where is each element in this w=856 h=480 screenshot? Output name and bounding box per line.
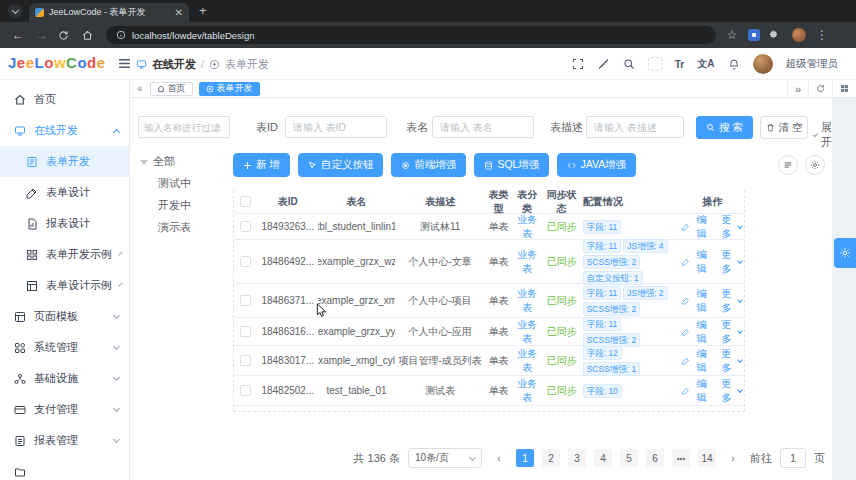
browser-profile-avatar[interactable] [792,28,806,42]
row-checkbox[interactable] [240,326,251,337]
edit-button[interactable]: 编辑 [682,347,711,375]
breadcrumb-root[interactable]: 在线开发 [152,57,196,72]
browser-menu-icon[interactable]: ⋮ [814,28,830,42]
custom-button-button[interactable]: 自定义按钮 [298,153,384,177]
sidebar-item-infrastructure[interactable]: 基础设施 [0,363,129,394]
tree-filter-field[interactable] [138,116,230,138]
table-name-field[interactable] [432,116,534,138]
table-row[interactable]: example_teacher_desk [234,406,744,412]
table-row[interactable]: 18493263... tbl_student_linlin1 测试林11 单表… [234,214,744,240]
sidebar-item-form-dev[interactable]: 表单开发 [0,146,129,177]
front-enhance-button[interactable]: 前端增强 [391,153,466,177]
row-checkbox[interactable] [240,355,251,366]
bookmark-star-icon[interactable]: ☆ [724,28,740,42]
row-checkbox[interactable] [240,385,251,396]
forward-icon[interactable]: → [34,28,50,42]
refresh-list-icon[interactable] [778,155,798,175]
page-button[interactable]: 5 [620,449,638,467]
row-checkbox[interactable] [240,221,251,232]
row-checkbox[interactable] [240,295,251,306]
sql-enhance-button[interactable]: SQL增强 [474,153,549,177]
table-desc-input[interactable] [594,117,676,137]
design-ruler-icon[interactable] [597,58,610,70]
tabs-options-icon[interactable] [832,80,856,97]
tree-node-developing[interactable]: 开发中 [140,194,230,216]
cell-category-link[interactable]: 业务表 [514,248,541,276]
goto-page-input[interactable] [780,448,806,468]
edit-button[interactable]: 编辑 [682,318,711,346]
collapse-menu-icon[interactable] [118,58,131,69]
more-button[interactable]: 更多 [717,377,742,405]
edit-button[interactable]: 编辑 [682,248,711,276]
theme-settings-button[interactable] [834,238,856,268]
back-icon[interactable]: ← [10,28,26,42]
sidebar-item-report-mgmt[interactable]: 报表管理 [0,425,129,456]
table-row[interactable]: 18482502... test_table_01 测试表 单表 业务表 已同步… [234,376,744,406]
translate-icon[interactable]: 文A [697,57,714,71]
next-page-icon[interactable]: › [724,449,742,467]
page-button[interactable]: 6 [646,449,664,467]
more-button[interactable]: 更多 [717,213,742,241]
java-enhance-button[interactable]: JAVA增强 [557,153,636,177]
tree-node-demo[interactable]: 演示表 [140,216,230,238]
site-info-icon[interactable] [116,30,126,40]
column-settings-icon[interactable] [805,155,825,175]
user-avatar[interactable] [753,54,773,74]
tabs-scroll-left-icon[interactable]: « [130,83,150,94]
add-button[interactable]: 新 增 [233,153,290,177]
more-button[interactable]: 更多 [717,248,742,276]
tree-filter-input[interactable] [144,122,224,133]
table-row[interactable]: 18486492... example_grzx_wz 个人中心-文章 单表 业… [234,240,744,284]
extensions-puzzle-icon[interactable] [768,30,784,41]
user-name[interactable]: 超级管理员 [786,57,839,71]
table-row[interactable]: 18486316... example_grzx_yy 个人中心-应用 单表 业… [234,318,744,346]
sidebar-item-system-mgmt[interactable]: 系统管理 [0,332,129,363]
address-bar[interactable]: localhost/lowdev/tableDesign [106,26,716,44]
edit-button[interactable]: 编辑 [682,287,711,315]
extension-badge-icon[interactable] [748,29,760,41]
cell-category-link[interactable]: 业务表 [514,287,541,315]
browser-tab[interactable]: JeeLowCode - 表单开发 ✕ [29,3,189,22]
row-checkbox[interactable] [240,256,251,267]
page-size-select[interactable]: 10条/页 [408,448,482,468]
tree-node-testing[interactable]: 测试中 [140,172,230,194]
table-row[interactable]: 18483017... example_xmgl_cylb 项目管理-成员列表 … [234,346,744,376]
sidebar-item-payment-mgmt[interactable]: 支付管理 [0,394,129,425]
page-button[interactable]: 14 [698,449,716,467]
cell-category-link[interactable]: 业务表 [514,377,541,405]
table-desc-field[interactable] [586,116,684,138]
tree-caret-icon[interactable] [140,160,148,165]
edit-button[interactable]: 编辑 [682,377,711,405]
cell-category-link[interactable]: 业务表 [514,213,541,241]
layout-setting-icon[interactable] [648,57,662,71]
sidebar-item-home[interactable]: 首页 [0,84,129,115]
table-name-input[interactable] [440,117,526,137]
fullscreen-icon[interactable] [572,58,584,70]
cell-category-link[interactable]: 业务表 [514,318,541,346]
tabs-refresh-icon[interactable] [808,80,832,97]
sidebar-item-page-template[interactable]: 页面模板 [0,301,129,332]
select-all-checkbox[interactable] [240,196,251,207]
tree-node-all[interactable]: 全部 [140,150,230,172]
reload-icon[interactable] [58,30,74,41]
page-button[interactable]: 2 [542,449,560,467]
sidebar-item-report-design[interactable]: 报表设计 [0,208,129,239]
more-button[interactable]: 更多 [717,287,742,315]
clear-button[interactable]: 清 空 [760,116,808,139]
page-button[interactable]: 4 [594,449,612,467]
home-icon[interactable] [82,30,98,41]
tab-form-dev[interactable]: 表单开发 [199,82,260,96]
tab-close-icon[interactable]: ✕ [175,8,183,18]
edit-button[interactable]: 编辑 [682,213,711,241]
tabs-scroll-right-icon[interactable]: » [787,80,808,97]
cell-category-link[interactable]: 业务表 [514,347,541,375]
table-id-input[interactable] [293,117,379,137]
more-button[interactable]: 更多 [717,318,742,346]
tab-home[interactable]: 首页 [150,82,193,96]
new-tab-button[interactable]: + [199,3,207,18]
sidebar-item-form-design[interactable]: 表单设计 [0,177,129,208]
search-icon[interactable] [623,58,635,70]
expand-toggle[interactable]: 展 开 [814,120,832,150]
font-size-icon[interactable]: Tr [675,59,684,70]
sidebar-item-partial[interactable] [0,456,129,480]
